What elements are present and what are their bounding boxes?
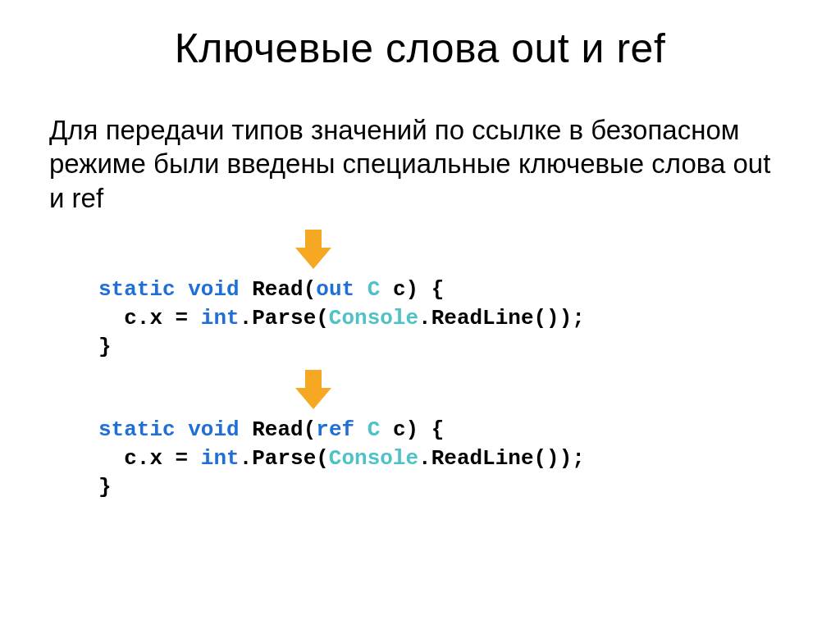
keyword-ref: ref	[316, 417, 354, 442]
arrow-down-icon	[295, 370, 331, 409]
code-text: c) {	[380, 277, 444, 302]
keyword-int: int	[201, 306, 240, 330]
arrow-down-icon	[295, 230, 331, 269]
code-block-ref: static void Read(ref C c) { c.x = int.Pa…	[0, 416, 840, 502]
code-text: .Parse(	[240, 446, 329, 471]
keyword-static: static	[98, 277, 176, 302]
code-text: }	[98, 475, 112, 499]
code-block-out: static void Read(out C c) { c.x = int.Pa…	[0, 276, 840, 362]
code-text	[354, 277, 368, 302]
keyword-void: void	[188, 277, 239, 302]
type-name: C	[368, 277, 381, 302]
keyword-int: int	[201, 446, 240, 471]
code-text	[354, 417, 368, 442]
code-text: Read(	[240, 277, 317, 302]
slide: Ключевые слова out и ref Для передачи ти…	[0, 0, 840, 629]
code-text: c) {	[380, 417, 444, 442]
keyword-static: static	[98, 417, 176, 442]
code-text: Read(	[240, 417, 317, 442]
keyword-out: out	[316, 277, 354, 302]
type-name: C	[368, 417, 381, 442]
type-name: Console	[329, 446, 418, 471]
slide-paragraph: Для передачи типов значений по ссылке в …	[0, 80, 840, 215]
keyword-void: void	[188, 417, 239, 442]
code-text: c.x =	[98, 446, 201, 471]
code-text: .ReadLine());	[418, 306, 585, 330]
code-text: c.x =	[98, 306, 201, 330]
code-text: .ReadLine());	[418, 446, 585, 471]
slide-title: Ключевые слова out и ref	[0, 0, 840, 80]
code-text: .Parse(	[240, 306, 329, 330]
code-text: }	[98, 335, 112, 359]
type-name: Console	[329, 306, 418, 330]
